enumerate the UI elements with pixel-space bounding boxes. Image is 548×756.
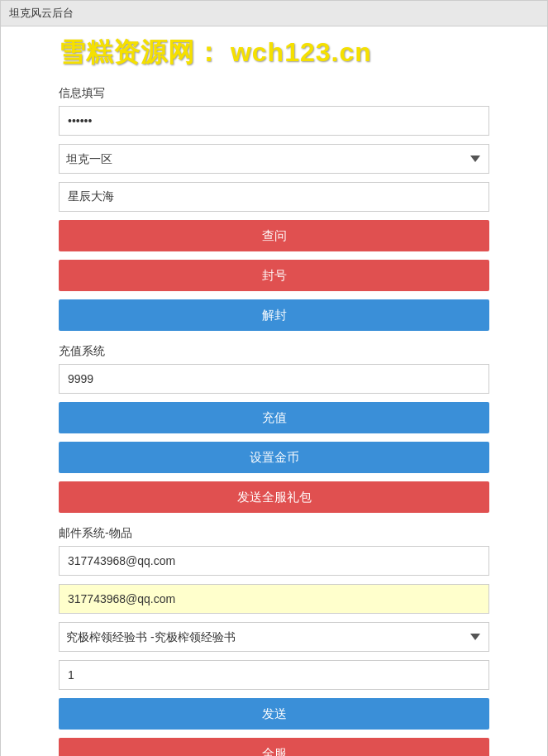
item-select[interactable]: 究极榨领经验书 -究极榨领经验书 其他物品1 (59, 622, 489, 652)
recharge-amount-input[interactable] (59, 364, 489, 394)
recharge-button[interactable]: 充值 (59, 402, 489, 433)
recharge-section-label: 充值系统 (59, 344, 489, 359)
quantity-input[interactable] (59, 660, 489, 690)
title-bar-label: 坦克风云后台 (9, 7, 74, 19)
mail-email-yellow-input[interactable] (59, 584, 489, 614)
window: 坦克风云后台 雪糕资源网： wch123.cn 信息填写 坦克一区 坦克二区 查… (0, 0, 548, 756)
mail-email-input[interactable] (59, 546, 489, 576)
query-button[interactable]: 查问 (59, 220, 489, 251)
ban-button[interactable]: 封号 (59, 260, 489, 291)
mail-section-label: 邮件系统-物品 (59, 526, 489, 541)
character-name-input[interactable] (59, 182, 489, 212)
server-select[interactable]: 坦克一区 坦克二区 (59, 144, 489, 174)
send-button[interactable]: 发送 (59, 698, 489, 730)
main-content: 信息填写 坦克一区 坦克二区 查问 封号 解封 充值系统 充值 设置金币 发送全… (1, 86, 547, 756)
set-coin-button[interactable]: 设置金币 (59, 442, 489, 473)
all-server-button[interactable]: 全服 (59, 738, 489, 756)
password-input[interactable] (59, 106, 489, 136)
send-gift-all-button[interactable]: 发送全服礼包 (59, 481, 489, 513)
info-section-label: 信息填写 (59, 86, 489, 101)
unban-button[interactable]: 解封 (59, 299, 489, 331)
title-bar: 坦克风云后台 (1, 1, 547, 26)
watermark: 雪糕资源网： wch123.cn (1, 26, 547, 78)
